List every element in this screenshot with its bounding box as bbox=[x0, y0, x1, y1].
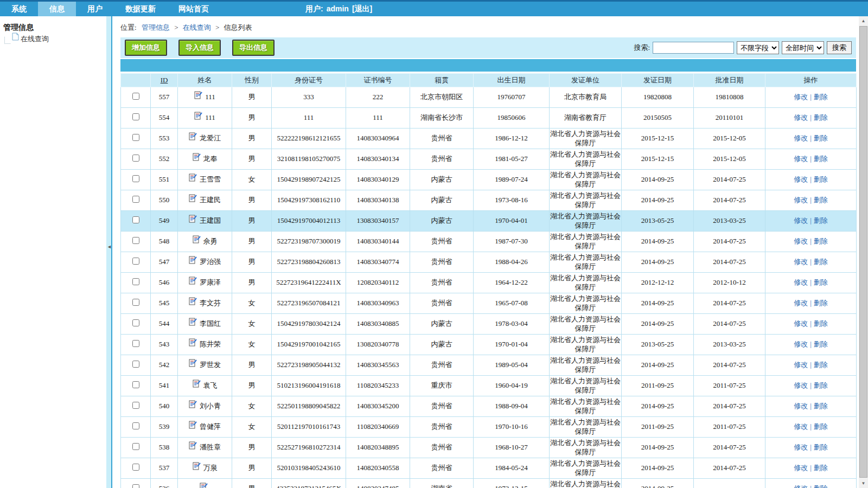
row-checkbox[interactable] bbox=[132, 134, 139, 141]
edit-document-icon[interactable] bbox=[200, 482, 208, 488]
row-checkbox[interactable] bbox=[132, 196, 139, 203]
delete-link[interactable]: 删除 bbox=[814, 340, 828, 348]
search-input[interactable] bbox=[653, 42, 734, 54]
delete-link[interactable]: 删除 bbox=[814, 237, 828, 245]
vertical-scrollbar[interactable]: ▲ ▼ bbox=[859, 16, 868, 488]
edit-document-icon[interactable] bbox=[189, 214, 197, 226]
delete-link[interactable]: 删除 bbox=[814, 155, 828, 163]
row-checkbox[interactable] bbox=[132, 216, 139, 223]
delete-link[interactable]: 删除 bbox=[814, 319, 828, 328]
delete-link[interactable]: 删除 bbox=[814, 175, 828, 183]
delete-link[interactable]: 删除 bbox=[814, 258, 828, 266]
row-checkbox[interactable] bbox=[132, 484, 139, 488]
edit-document-icon[interactable] bbox=[189, 255, 197, 267]
delete-link[interactable]: 删除 bbox=[814, 196, 828, 204]
edit-document-icon[interactable] bbox=[189, 173, 197, 184]
row-checkbox[interactable] bbox=[132, 299, 139, 306]
edit-link[interactable]: 修改 bbox=[794, 340, 808, 348]
edit-link[interactable]: 修改 bbox=[794, 196, 808, 204]
row-checkbox[interactable] bbox=[132, 258, 139, 265]
row-checkbox[interactable] bbox=[132, 155, 139, 162]
edit-link[interactable]: 修改 bbox=[794, 299, 808, 307]
edit-link[interactable]: 修改 bbox=[794, 443, 808, 451]
edit-document-icon[interactable] bbox=[189, 317, 197, 329]
delete-link[interactable]: 删除 bbox=[814, 443, 828, 451]
row-checkbox[interactable] bbox=[132, 278, 139, 285]
row-checkbox[interactable] bbox=[132, 319, 139, 326]
row-checkbox[interactable] bbox=[132, 340, 139, 347]
nav-tab-3[interactable]: 数据更新 bbox=[114, 2, 167, 16]
edit-link[interactable]: 修改 bbox=[794, 216, 808, 224]
delete-link[interactable]: 删除 bbox=[814, 93, 828, 101]
edit-document-icon[interactable] bbox=[194, 91, 202, 102]
edit-document-icon[interactable] bbox=[194, 111, 202, 123]
row-checkbox[interactable] bbox=[132, 443, 139, 450]
delete-link[interactable]: 删除 bbox=[814, 134, 828, 142]
edit-document-icon[interactable] bbox=[193, 152, 201, 164]
edit-document-icon[interactable] bbox=[189, 441, 197, 452]
nav-tab-1[interactable]: 信息 bbox=[38, 2, 76, 16]
edit-link[interactable]: 修改 bbox=[794, 175, 808, 183]
logout-link[interactable]: [退出] bbox=[352, 4, 372, 13]
delete-link[interactable]: 删除 bbox=[814, 278, 828, 286]
edit-link[interactable]: 修改 bbox=[794, 484, 808, 488]
row-checkbox[interactable] bbox=[132, 113, 139, 120]
delete-link[interactable]: 删除 bbox=[814, 464, 828, 472]
delete-link[interactable]: 删除 bbox=[814, 381, 828, 389]
row-checkbox[interactable] bbox=[132, 464, 139, 471]
field-select[interactable]: 不限字段 bbox=[737, 41, 779, 54]
toolbar-button-1[interactable]: 导入信息 bbox=[178, 40, 221, 56]
edit-document-icon[interactable] bbox=[193, 235, 201, 246]
edit-document-icon[interactable] bbox=[189, 194, 197, 205]
nav-tab-4[interactable]: 网站首页 bbox=[167, 2, 220, 16]
edit-link[interactable]: 修改 bbox=[794, 464, 808, 472]
collapse-sidebar-arrow-icon[interactable]: ◄ bbox=[107, 244, 112, 249]
edit-link[interactable]: 修改 bbox=[794, 381, 808, 389]
toolbar-button-2[interactable]: 导出信息 bbox=[232, 40, 275, 56]
toolbar-button-0[interactable]: 增加信息 bbox=[125, 40, 167, 56]
edit-document-icon[interactable] bbox=[189, 400, 197, 411]
edit-document-icon[interactable] bbox=[193, 461, 201, 473]
delete-link[interactable]: 删除 bbox=[814, 422, 828, 431]
col-header-0[interactable]: ID bbox=[151, 74, 178, 87]
search-button[interactable]: 搜索 bbox=[827, 41, 852, 54]
edit-link[interactable]: 修改 bbox=[794, 134, 808, 142]
delete-link[interactable]: 删除 bbox=[814, 216, 828, 224]
delete-link[interactable]: 删除 bbox=[814, 361, 828, 369]
edit-link[interactable]: 修改 bbox=[794, 422, 808, 431]
edit-link[interactable]: 修改 bbox=[794, 319, 808, 328]
breadcrumb-link-online-query[interactable]: 在线查询 bbox=[183, 23, 211, 31]
edit-document-icon[interactable] bbox=[189, 276, 197, 287]
delete-link[interactable]: 删除 bbox=[814, 402, 828, 410]
edit-link[interactable]: 修改 bbox=[794, 155, 808, 163]
row-checkbox[interactable] bbox=[132, 402, 139, 409]
edit-document-icon[interactable] bbox=[189, 297, 197, 308]
delete-link[interactable]: 删除 bbox=[814, 299, 828, 307]
edit-link[interactable]: 修改 bbox=[794, 402, 808, 410]
row-checkbox[interactable] bbox=[132, 361, 139, 368]
scrollbar-thumb[interactable] bbox=[859, 26, 867, 478]
row-checkbox[interactable] bbox=[132, 381, 139, 388]
nav-tab-2[interactable]: 用户 bbox=[76, 2, 114, 16]
row-checkbox[interactable] bbox=[132, 175, 139, 182]
breadcrumb-link-manage-info[interactable]: 管理信息 bbox=[142, 23, 170, 31]
edit-link[interactable]: 修改 bbox=[794, 258, 808, 266]
edit-document-icon[interactable] bbox=[189, 132, 197, 143]
row-checkbox[interactable] bbox=[132, 93, 139, 100]
edit-document-icon[interactable] bbox=[189, 420, 197, 432]
edit-link[interactable]: 修改 bbox=[794, 237, 808, 245]
edit-link[interactable]: 修改 bbox=[794, 93, 808, 101]
edit-document-icon[interactable] bbox=[193, 379, 201, 390]
nav-tab-0[interactable]: 系统 bbox=[0, 2, 38, 16]
time-select[interactable]: 全部时间 bbox=[782, 41, 824, 54]
scroll-down-arrow-icon[interactable]: ▼ bbox=[859, 479, 868, 488]
sidebar-item-online-query[interactable]: 在线查询 bbox=[4, 34, 102, 44]
delete-link[interactable]: 删除 bbox=[814, 484, 828, 488]
edit-link[interactable]: 修改 bbox=[794, 113, 808, 121]
row-checkbox[interactable] bbox=[132, 422, 139, 429]
edit-link[interactable]: 修改 bbox=[794, 361, 808, 369]
delete-link[interactable]: 删除 bbox=[814, 113, 828, 121]
edit-document-icon[interactable] bbox=[189, 358, 197, 370]
edit-document-icon[interactable] bbox=[189, 338, 197, 349]
scroll-up-arrow-icon[interactable]: ▲ bbox=[859, 16, 868, 25]
